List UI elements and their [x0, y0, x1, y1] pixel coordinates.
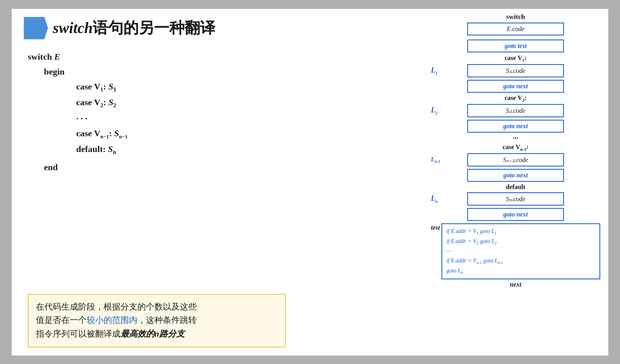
note-text2: 值是否在一个较小的范围内，这种条件跳转	[36, 315, 197, 325]
flow-goto-test-box: goto test	[467, 40, 564, 52]
flow-ln1-label: Ln-1	[431, 156, 440, 164]
flow-dots: ···	[431, 134, 600, 143]
test-line-3: if E.addr = Vn-1 goto Ln-1	[446, 256, 595, 266]
code-line-end: end	[44, 160, 302, 175]
test-line-4: goto Ln	[446, 266, 595, 276]
code-line-case1: case V1: S1	[76, 79, 302, 95]
flow-ln-label: Ln	[431, 194, 438, 204]
title-arrow-icon	[24, 17, 48, 40]
flow-case-v1-label: case V1:	[431, 54, 600, 62]
slide: switch语句的另一种翻译 switch E begin case V1: S…	[12, 9, 608, 356]
left-code-section: switch E begin case V1: S1 case V2: S2 ·…	[28, 49, 302, 175]
flow-sn-code-box: Sₙ.code	[467, 192, 564, 206]
flow-goto-next-2: goto next	[467, 120, 564, 133]
flow-row-ln: Ln Sₙ.code	[431, 191, 600, 206]
test-line-2: if E.addr = V2 goto L2	[446, 237, 595, 247]
note-box: 在代码生成阶段，根据分支的个数以及这些 值是否在一个较小的范围内，这种条件跳转 …	[28, 294, 286, 347]
flow-l1-label: L1	[431, 66, 438, 75]
code-line-begin: begin	[44, 64, 302, 79]
code-line-casen1: case Vn−1: Sn−1	[76, 126, 302, 141]
flow-row-ln1: Ln-1 Sₙ₋₁.code	[431, 152, 600, 167]
flow-case-vn1-label: case Vn-1:	[431, 144, 600, 152]
code-line-dots: · · ·	[76, 111, 302, 126]
right-flowchart: switch E.code goto test case V1: L1 S₁.c…	[431, 13, 600, 289]
flow-row-l2: L2 S₂.code	[431, 103, 600, 118]
test-line-dots: ···	[446, 247, 595, 256]
next-label: next	[431, 281, 600, 288]
flow-sn1-code-box: Sₙ₋₁.code	[467, 153, 564, 166]
note-text1: 在代码生成阶段，根据分支的个数以及这些	[36, 302, 197, 312]
test-label: test	[431, 224, 440, 231]
note-blue2: 最高效的n路分支	[121, 329, 185, 339]
flow-s2-code-box: S₂.code	[467, 104, 564, 117]
test-line-1: if E.addr = V1 goto L1	[446, 227, 595, 237]
code-line-case2: case V2: S2	[76, 95, 302, 110]
flow-goto-next-1: goto next	[467, 80, 564, 93]
note-text3: 指令序列可以被翻译成最高效的n路分支	[36, 329, 185, 339]
flow-ecode-box: E.code	[467, 23, 564, 35]
flow-default-label: default	[431, 183, 600, 191]
code-line-default: default: Sn	[76, 141, 302, 157]
flow-switch-label: switch	[431, 13, 600, 21]
test-section: test if E.addr = V1 goto L1 if E.addr = …	[431, 223, 600, 279]
flow-s1-code-box: S₁.code	[467, 64, 564, 77]
flow-l2-label: L2	[431, 106, 438, 115]
flow-case-v2-label: case V2:	[431, 94, 600, 102]
flow-row-l1: L1 S₁.code	[431, 63, 600, 78]
test-conditions-box: if E.addr = V1 goto L1 if E.addr = V2 go…	[441, 223, 600, 279]
note-blue1: 较小的范围内	[87, 315, 137, 325]
slide-title: switch语句的另一种翻译	[53, 18, 215, 38]
flow-goto-next-4: goto next	[467, 208, 564, 221]
flow-goto-next-3: goto next	[467, 169, 564, 182]
code-line-switch: switch E	[28, 49, 302, 64]
